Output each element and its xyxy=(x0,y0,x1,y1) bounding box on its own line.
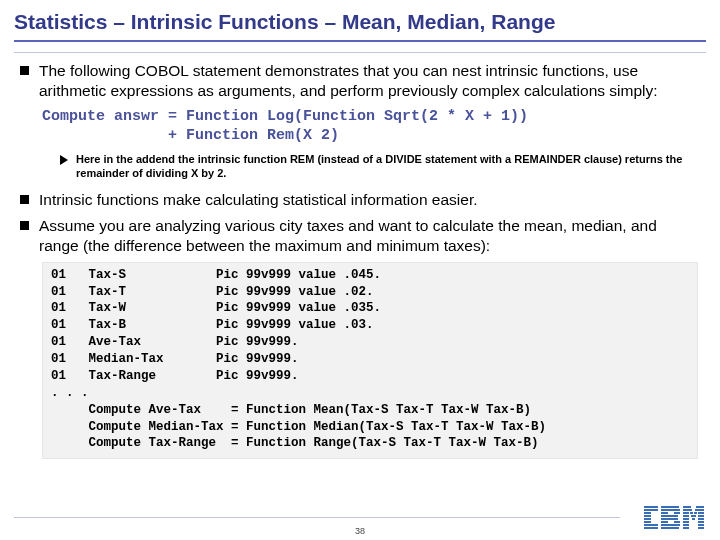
svg-rect-9 xyxy=(661,509,680,511)
page-number: 38 xyxy=(355,526,365,536)
title-underline xyxy=(14,40,706,42)
note-text: Here in the addend the intrinsic functio… xyxy=(76,152,700,181)
code-line-2: + Function Rem(X 2) xyxy=(20,126,700,146)
svg-rect-22 xyxy=(683,512,689,514)
triangle-bullet-icon xyxy=(60,155,68,165)
bullet-text-3: Assume you are analyzing various city ta… xyxy=(39,216,700,256)
svg-rect-27 xyxy=(691,515,696,517)
svg-rect-12 xyxy=(661,515,678,517)
svg-rect-26 xyxy=(683,515,689,517)
code-box: 01 Tax-S Pic 99v999 value .045. 01 Tax-T… xyxy=(42,262,698,460)
code-row: . . . xyxy=(51,385,689,402)
code-row: Compute Tax-Range = Function Range(Tax-S… xyxy=(51,435,689,452)
svg-rect-17 xyxy=(661,527,679,529)
svg-rect-4 xyxy=(644,518,651,520)
code-row: 01 Tax-S Pic 99v999 value .045. xyxy=(51,267,689,284)
svg-rect-32 xyxy=(683,521,689,523)
code-line-1: Compute answr = Function Log(Function Sq… xyxy=(20,107,700,127)
svg-rect-20 xyxy=(683,509,692,511)
svg-rect-28 xyxy=(698,515,704,517)
content-area: The following COBOL statement demonstrat… xyxy=(0,55,720,459)
code-row: 01 Tax-T Pic 99v999 value .02. xyxy=(51,284,689,301)
square-bullet-icon xyxy=(20,66,29,75)
footer-rule xyxy=(14,517,620,518)
svg-rect-24 xyxy=(694,512,697,514)
svg-rect-13 xyxy=(661,518,678,520)
code-row: 01 Tax-Range Pic 99v999. xyxy=(51,368,689,385)
svg-rect-16 xyxy=(661,524,680,526)
code-row: 01 Ave-Tax Pic 99v999. xyxy=(51,334,689,351)
svg-rect-5 xyxy=(644,521,651,523)
ibm-logo-icon xyxy=(644,506,704,534)
code-row: Compute Median-Tax = Function Median(Tax… xyxy=(51,419,689,436)
svg-rect-3 xyxy=(644,515,651,517)
svg-rect-36 xyxy=(683,527,689,529)
code-row: 01 Tax-W Pic 99v999 value .035. xyxy=(51,300,689,317)
svg-rect-10 xyxy=(661,512,668,514)
svg-rect-31 xyxy=(698,518,704,520)
bullet-text-2: Intrinsic functions make calculating sta… xyxy=(39,190,478,210)
svg-rect-8 xyxy=(661,506,679,508)
svg-rect-35 xyxy=(698,524,704,526)
code-row: 01 Median-Tax Pic 99v999. xyxy=(51,351,689,368)
svg-rect-23 xyxy=(690,512,693,514)
code-row: Compute Ave-Tax = Function Mean(Tax-S Ta… xyxy=(51,402,689,419)
svg-rect-21 xyxy=(695,509,704,511)
svg-rect-6 xyxy=(644,524,658,526)
title-sub-underline xyxy=(14,52,706,53)
note-row: Here in the addend the intrinsic functio… xyxy=(20,152,700,181)
svg-rect-34 xyxy=(683,524,689,526)
page-title: Statistics – Intrinsic Functions – Mean,… xyxy=(0,0,720,40)
svg-rect-30 xyxy=(692,518,695,520)
svg-rect-2 xyxy=(644,512,651,514)
bullet-text-1: The following COBOL statement demonstrat… xyxy=(39,61,700,101)
svg-rect-0 xyxy=(644,506,658,508)
svg-rect-7 xyxy=(644,527,658,529)
code-row: 01 Tax-B Pic 99v999 value .03. xyxy=(51,317,689,334)
svg-rect-18 xyxy=(683,506,691,508)
svg-rect-1 xyxy=(644,509,658,511)
bullet-item-1: The following COBOL statement demonstrat… xyxy=(20,61,700,101)
svg-rect-25 xyxy=(698,512,704,514)
square-bullet-icon xyxy=(20,221,29,230)
bullet-item-3: Assume you are analyzing various city ta… xyxy=(20,216,700,256)
svg-rect-11 xyxy=(674,512,680,514)
svg-rect-37 xyxy=(698,527,704,529)
svg-rect-33 xyxy=(698,521,704,523)
svg-rect-19 xyxy=(696,506,704,508)
svg-rect-14 xyxy=(661,521,668,523)
svg-rect-15 xyxy=(674,521,680,523)
svg-rect-29 xyxy=(683,518,689,520)
square-bullet-icon xyxy=(20,195,29,204)
bullet-item-2: Intrinsic functions make calculating sta… xyxy=(20,190,700,210)
